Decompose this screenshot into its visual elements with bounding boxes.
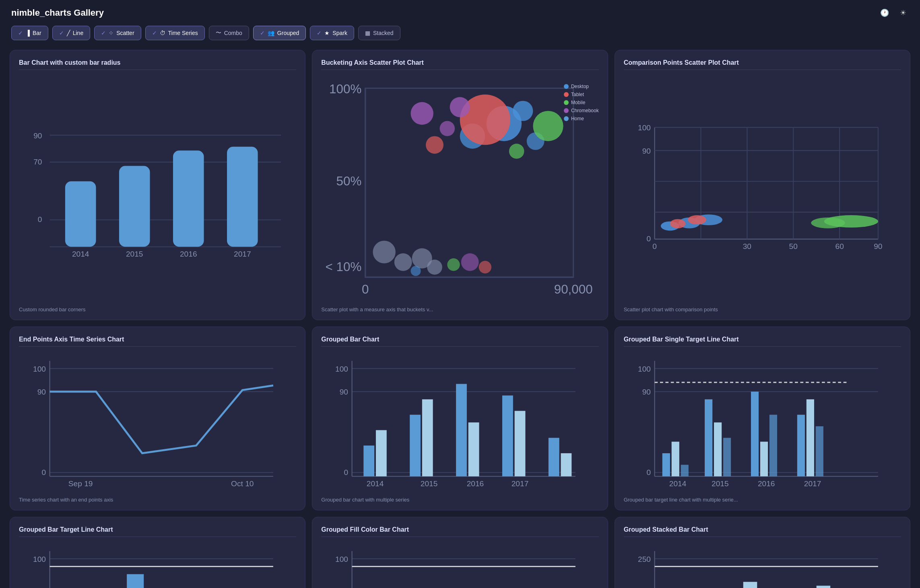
filter-combo-btn[interactable]: 〜 Combo: [209, 26, 249, 40]
svg-text:2015: 2015: [712, 479, 729, 488]
svg-rect-9: [173, 150, 204, 247]
chart-card-grouped-fill-color[interactable]: Grouped Fill Color Bar Chart 100: [312, 517, 608, 588]
filter-icon: ★: [324, 30, 330, 36]
chart-card-grouped-stacked[interactable]: Grouped Stacked Bar Chart 250: [615, 517, 910, 588]
svg-rect-93: [515, 411, 526, 477]
svg-text:2017: 2017: [234, 250, 251, 258]
scatter-legend: Desktop Tablet Mobile Chromebook Home: [564, 84, 599, 121]
svg-rect-153: [743, 582, 757, 588]
chart-title: Comparison Points Scatter Plot Chart: [624, 59, 901, 70]
svg-text:Sep 19: Sep 19: [68, 479, 93, 488]
svg-point-31: [411, 102, 433, 125]
chart-card-timeseries[interactable]: End Points Axis Time Series Chart 100 90…: [10, 327, 305, 510]
filter-label: Stacked: [373, 30, 394, 36]
svg-text:0: 0: [646, 234, 651, 243]
svg-rect-114: [723, 438, 731, 477]
svg-rect-112: [705, 399, 712, 476]
chart-desc: Time series chart with an end points axi…: [19, 497, 296, 503]
svg-point-35: [394, 253, 412, 271]
gallery-grid: Bar Chart with custom bar radius 70 0 90: [0, 47, 920, 588]
svg-text:60: 60: [835, 242, 844, 251]
filter-line-btn[interactable]: ✓ ╱ Line: [52, 26, 90, 40]
chart-area: 100 90 0: [624, 352, 901, 493]
svg-point-29: [533, 111, 563, 141]
svg-rect-86: [364, 446, 375, 477]
svg-rect-91: [468, 422, 479, 476]
svg-text:2017: 2017: [512, 479, 529, 488]
chart-area: 250: [624, 543, 901, 588]
svg-point-41: [411, 266, 421, 276]
svg-rect-113: [714, 422, 722, 476]
chart-desc: Grouped bar chart with multiple series: [321, 497, 598, 503]
svg-text:90,000: 90,000: [554, 282, 593, 296]
chart-area: 100 90 0 2014 2: [321, 352, 598, 493]
svg-point-38: [448, 258, 460, 271]
filter-icon: 👥: [268, 30, 274, 36]
svg-text:Oct 10: Oct 10: [231, 479, 254, 488]
svg-rect-90: [456, 384, 467, 477]
check-icon: ✓: [59, 30, 64, 36]
filter-icon: ▦: [365, 30, 370, 36]
svg-point-67: [811, 218, 845, 228]
filter-stacked-btn[interactable]: ▦ Stacked: [358, 26, 400, 40]
chart-area: 100 90 0 Sep 19 Oct 10: [19, 352, 296, 493]
chart-desc: Scatter plot chart with comparison point…: [624, 306, 901, 313]
check-icon: ✓: [317, 30, 322, 36]
filter-icon: ╱: [67, 30, 70, 36]
filter-grouped-btn[interactable]: ✓ 👥 Grouped: [253, 26, 306, 40]
filter-timeseries-btn[interactable]: ✓ ⏱ Time Series: [145, 26, 205, 40]
chart-desc: Scatter plot with a measure axis that bu…: [321, 306, 598, 313]
svg-rect-118: [797, 415, 804, 476]
svg-point-34: [373, 241, 396, 263]
svg-text:2014: 2014: [367, 479, 384, 488]
chart-area: 70 0 90 2014 2015 2016 2017: [19, 76, 296, 302]
filter-icon: ▐: [26, 30, 30, 36]
svg-rect-119: [806, 399, 814, 476]
svg-text:100: 100: [335, 555, 348, 563]
svg-rect-109: [662, 453, 670, 476]
filter-bar-btn[interactable]: ✓ ▐ Bar: [11, 26, 48, 40]
filter-spark-btn[interactable]: ✓ ★ Spark: [310, 26, 354, 40]
chart-title: Grouped Bar Single Target Line Chart: [624, 336, 901, 347]
svg-text:2017: 2017: [804, 479, 821, 488]
svg-rect-92: [502, 395, 513, 476]
chart-card-bar-custom-radius[interactable]: Bar Chart with custom bar radius 70 0 90: [10, 50, 305, 320]
svg-text:100%: 100%: [329, 82, 361, 96]
svg-text:90: 90: [874, 242, 882, 251]
check-icon: ✓: [152, 30, 157, 36]
chart-area: 100: [321, 543, 598, 588]
svg-text:90: 90: [642, 147, 650, 155]
chart-card-grouped-bar-target-line[interactable]: Grouped Bar Target Line Chart 100: [10, 517, 305, 588]
svg-text:2015: 2015: [421, 479, 438, 488]
svg-text:2015: 2015: [126, 250, 143, 258]
check-icon: ✓: [260, 30, 265, 36]
filter-label: Bar: [33, 30, 41, 36]
check-icon: ✓: [101, 30, 106, 36]
svg-rect-94: [549, 438, 559, 477]
chart-area: 100: [19, 543, 296, 588]
filter-label: Time Series: [168, 30, 198, 36]
svg-text:250: 250: [638, 555, 651, 563]
svg-text:90: 90: [33, 132, 42, 140]
chart-card-bucketing-scatter[interactable]: Bucketing Axis Scatter Plot Chart 100% 5…: [312, 50, 608, 320]
filter-scatter-btn[interactable]: ✓ ⁘ Scatter: [94, 26, 141, 40]
svg-text:90: 90: [340, 388, 348, 396]
chart-desc: Grouped bar target line chart with multi…: [624, 497, 901, 503]
history-icon[interactable]: 🕐: [879, 7, 890, 19]
svg-text:100: 100: [33, 365, 46, 373]
chart-card-grouped-bar[interactable]: Grouped Bar Chart 100 90 0: [312, 327, 608, 510]
svg-point-33: [440, 121, 455, 136]
svg-text:2016: 2016: [758, 479, 775, 488]
chart-title: Grouped Stacked Bar Chart: [624, 526, 901, 537]
svg-point-32: [450, 97, 470, 117]
chart-card-grouped-bar-single-target[interactable]: Grouped Bar Single Target Line Chart 100…: [615, 327, 910, 510]
theme-icon[interactable]: ☀: [897, 7, 909, 19]
svg-point-28: [426, 136, 443, 154]
svg-text:100: 100: [638, 123, 651, 132]
chart-card-comparison-scatter[interactable]: Comparison Points Scatter Plot Chart 100: [615, 50, 910, 320]
svg-rect-117: [769, 415, 777, 476]
svg-rect-110: [671, 442, 679, 476]
svg-text:50%: 50%: [336, 174, 362, 188]
chart-area: 100 90 0 0 30 50 60 90: [624, 76, 901, 302]
filter-label: Combo: [224, 30, 242, 36]
